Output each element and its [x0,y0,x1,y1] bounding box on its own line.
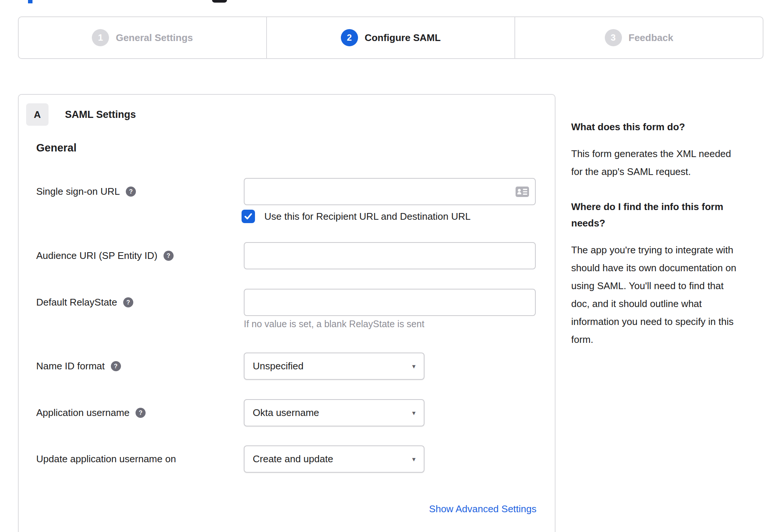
step-label: Configure SAML [365,32,441,44]
sso-url-input[interactable] [244,178,536,205]
help-icon[interactable]: ? [164,251,174,261]
label-text: Application username [36,407,130,419]
checkmark-icon [243,212,253,221]
cropped-blue-fragment [28,0,32,3]
saml-settings-panel: A SAML Settings General Single sign-on U… [18,94,556,532]
select-value: Okta username [253,407,319,419]
relaystate-hint: If no value is set, a blank RelayState i… [244,319,424,329]
step-general-settings[interactable]: 1 General Settings [19,17,266,58]
select-value: Unspecified [253,360,304,372]
section-a-badge: A [26,103,49,126]
name-id-format-label: Name ID format ? [36,353,240,380]
step-label: Feedback [629,32,673,44]
show-advanced-settings-link[interactable]: Show Advanced Settings [429,503,536,515]
help-sidebar: What does this form do? This form genera… [571,119,775,366]
help-paragraph-1: This form generates the XML needed for t… [571,145,775,181]
step-feedback[interactable]: 3 Feedback [514,17,763,58]
help-icon[interactable]: ? [123,297,133,307]
step-configure-saml[interactable]: 2 Configure SAML [266,17,514,58]
step-number-badge: 3 [605,29,622,46]
recipient-url-checkbox[interactable] [242,210,255,223]
contact-card-icon [515,186,529,197]
audience-uri-label: Audience URI (SP Entity ID) ? [36,242,240,269]
wizard-stepper: 1 General Settings 2 Configure SAML 3 Fe… [18,16,763,59]
label-text: Update application username on [36,453,176,465]
help-paragraph-2: The app you're trying to integrate with … [571,241,775,348]
help-icon[interactable]: ? [111,361,121,371]
recipient-url-checkbox-row: Use this for Recipient URL and Destinati… [242,209,471,224]
chevron-down-icon: ▾ [412,409,416,417]
help-icon[interactable]: ? [136,408,146,418]
section-title: SAML Settings [65,109,136,121]
cropped-dark-fragment [212,0,227,3]
label-text: Audience URI (SP Entity ID) [36,250,158,262]
help-heading-1: What does this form do? [571,119,775,135]
chevron-down-icon: ▾ [412,362,416,370]
step-number-badge: 2 [341,29,358,46]
help-heading-2: Where do I find the info this form needs… [571,198,775,231]
audience-uri-input[interactable] [244,242,536,269]
chevron-down-icon: ▾ [412,455,416,463]
panel-header: A SAML Settings [26,103,136,126]
relaystate-input[interactable] [244,289,536,316]
help-icon[interactable]: ? [126,187,136,197]
label-text: Name ID format [36,360,105,372]
sso-url-label: Single sign-on URL ? [36,178,240,205]
checkbox-label: Use this for Recipient URL and Destinati… [264,211,471,222]
application-username-label: Application username ? [36,399,240,426]
step-number-badge: 1 [92,29,109,46]
select-value: Create and update [253,453,333,465]
relaystate-label: Default RelayState ? [36,289,240,316]
application-username-select[interactable]: Okta username ▾ [244,399,424,426]
step-label: General Settings [116,32,193,44]
label-text: Default RelayState [36,297,117,308]
general-group-heading: General [36,142,77,154]
update-username-label: Update application username on [36,445,240,473]
name-id-format-select[interactable]: Unspecified ▾ [244,353,424,380]
update-username-select[interactable]: Create and update ▾ [244,445,424,473]
label-text: Single sign-on URL [36,186,120,197]
